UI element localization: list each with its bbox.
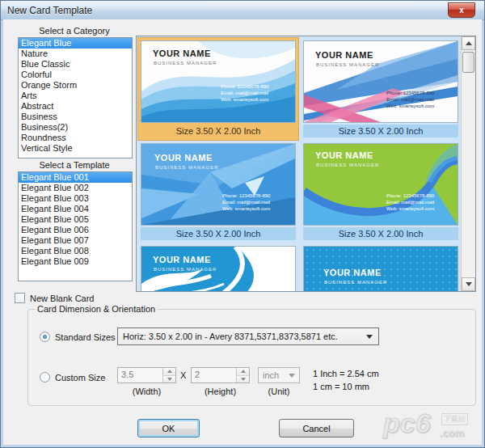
list-item[interactable]: Elegant Blue 009 (19, 256, 132, 267)
card-4-artwork: YOUR NAME BUSINESS MANAGER Phone: 123456… (303, 143, 458, 226)
card-6-artwork: YOUR NAME BUSINESS MANAGER (303, 246, 458, 292)
list-item[interactable]: Elegant Blue 007 (19, 235, 132, 246)
spin-down-button[interactable] (237, 376, 249, 383)
card-email-text: Email: mail@mail.mail (386, 199, 434, 205)
list-item[interactable]: Elegant Blue 003 (19, 193, 132, 204)
card-grid: YOUR NAME BUSINESS MANAGER Phone: 123456… (141, 40, 458, 292)
preview-scrollbar[interactable] (461, 36, 475, 291)
standard-sizes-radio[interactable] (40, 332, 50, 342)
down-arrow-icon (466, 282, 472, 286)
card-email-text: Email: mail@mail.mail (386, 96, 434, 103)
new-blank-card-row: New Blank Card (15, 293, 94, 303)
spin-down-button[interactable] (163, 376, 175, 383)
standard-sizes-row: Standard Sizes (40, 332, 116, 342)
card-role-text: BUSINESS MANAGER (316, 163, 379, 167)
card-role-text: BUSINESS MANAGER (154, 267, 217, 272)
title-bar: New Card Template x (1, 1, 484, 20)
scroll-down-button[interactable] (462, 277, 475, 291)
close-icon: x (459, 6, 464, 15)
list-item[interactable]: Orange Storm (19, 80, 132, 91)
template-card-3[interactable]: YOUR NAME BUSINESS MANAGER Phone: 123456… (141, 143, 296, 240)
card-name-text: YOUR NAME (153, 255, 211, 264)
scrollbar-thumb[interactable] (462, 52, 474, 73)
list-item[interactable]: Elegant Blue 006 (19, 225, 132, 235)
chevron-down-icon (289, 374, 295, 378)
new-blank-card-checkbox[interactable] (15, 293, 25, 303)
card-name-text: YOUR NAME (315, 50, 373, 60)
template-listbox[interactable]: Elegant Blue 001Elegant Blue 002Elegant … (18, 171, 133, 281)
scroll-up-button[interactable] (462, 36, 475, 50)
list-item[interactable]: Elegant Blue 001 (19, 172, 132, 183)
standard-sizes-label: Standard Sizes (55, 332, 116, 342)
watermark-suffix: .com (440, 427, 464, 439)
list-item[interactable]: Business (19, 112, 132, 122)
height-caption: (Height) (191, 387, 250, 396)
custom-size-row: Custom Size (40, 372, 105, 382)
list-item[interactable]: Blue Classic (19, 59, 132, 70)
down-arrow-icon (241, 378, 246, 381)
card-phone-text: Phone: 12345678-890 (386, 90, 434, 96)
card-3-artwork: YOUR NAME BUSINESS MANAGER Phone: 123456… (141, 143, 296, 226)
list-item[interactable]: Nature (19, 49, 132, 59)
template-card-2[interactable]: YOUR NAME BUSINESS MANAGER Phone: 123456… (303, 40, 458, 137)
pc6-watermark: pc6 下载站 .com (383, 408, 476, 445)
list-item[interactable]: Elegant Blue 008 (19, 246, 132, 256)
up-arrow-icon (241, 370, 246, 373)
dimension-separator: X (180, 370, 186, 380)
standard-size-dropdown[interactable]: Horiz: 3.50 x 2.00 in - Avery 8371,5371,… (117, 328, 379, 345)
category-list-label: Select a Category (18, 26, 131, 36)
width-stepper[interactable]: 3.5 (117, 367, 176, 383)
list-item[interactable]: Elegant Blue 005 (19, 214, 132, 225)
groupbox-title: Card Dimension & Orientation (35, 304, 158, 314)
list-item[interactable]: Elegant Blue (19, 38, 132, 49)
list-item[interactable]: Roundness (19, 133, 132, 143)
card-phone-text: Phone: 12345678-890 (386, 192, 434, 199)
template-card-5[interactable]: YOUR NAME BUSINESS MANAGER (141, 246, 296, 292)
list-item[interactable]: Elegant Blue 004 (19, 204, 132, 214)
category-listbox[interactable]: Elegant BlueNatureBlue ClassicColorfulOr… (18, 37, 133, 158)
new-blank-card-label: New Blank Card (30, 294, 94, 303)
list-item[interactable]: Abstract (19, 101, 132, 112)
card-size-caption: Size 3.50 X 2.00 Inch (141, 125, 296, 137)
custom-size-label: Custom Size (55, 373, 105, 382)
card-role-text: BUSINESS MANAGER (155, 165, 218, 170)
list-item[interactable]: Colorful (19, 70, 132, 80)
cancel-button[interactable]: Cancel (279, 419, 354, 437)
card-size-caption: Size 3.50 X 2.00 Inch (303, 227, 458, 240)
unit-value: inch (259, 370, 289, 380)
card-contact-block: Phone: 12345678-890 Email: mail@mail.mai… (222, 192, 270, 212)
window-title: New Card Template (7, 5, 92, 16)
custom-size-radio[interactable] (40, 372, 50, 382)
card-role-text: BUSINESS MANAGER (324, 280, 387, 285)
height-stepper[interactable]: 2 (191, 367, 250, 383)
list-item[interactable]: Vertical Style (19, 143, 132, 154)
ok-button[interactable]: OK (137, 419, 200, 437)
down-arrow-icon (167, 378, 172, 381)
template-card-4[interactable]: YOUR NAME BUSINESS MANAGER Phone: 123456… (303, 143, 458, 240)
new-card-template-dialog: New Card Template x Select a Category El… (0, 0, 485, 448)
card-role-text: BUSINESS MANAGER (154, 61, 217, 66)
width-value: 3.5 (118, 368, 162, 382)
card-email-text: Email: mail@mail.mail (221, 90, 268, 96)
card-email-text: Email: mail@mail.mail (222, 199, 270, 205)
width-spin-buttons[interactable] (162, 368, 175, 382)
height-value: 2 (192, 368, 236, 382)
template-card-6[interactable]: YOUR NAME BUSINESS MANAGER (303, 246, 458, 292)
list-item[interactable]: Elegant Blue 002 (19, 183, 132, 193)
template-list-label: Select a Template (18, 160, 131, 170)
close-button[interactable]: x (448, 2, 475, 18)
spin-up-button[interactable] (163, 368, 175, 376)
card-name-text: YOUR NAME (153, 49, 211, 58)
card-web-text: Web: smartsysoft.com (222, 205, 270, 212)
unit-caption: (Unit) (255, 387, 303, 396)
list-item[interactable]: Arts (19, 91, 132, 101)
card-name-text: YOUR NAME (323, 268, 382, 277)
up-arrow-icon (167, 370, 172, 373)
template-card-1[interactable]: YOUR NAME BUSINESS MANAGER Phone: 123456… (137, 37, 299, 141)
height-spin-buttons[interactable] (236, 368, 249, 382)
card-role-text: BUSINESS MANAGER (316, 62, 379, 67)
list-item[interactable]: Business(2) (19, 122, 132, 133)
standard-size-value: Horiz: 3.50 x 2.00 in - Avery 8371,5371,… (118, 332, 366, 341)
spin-up-button[interactable] (237, 368, 249, 376)
unit-dropdown[interactable]: inch (258, 367, 300, 383)
